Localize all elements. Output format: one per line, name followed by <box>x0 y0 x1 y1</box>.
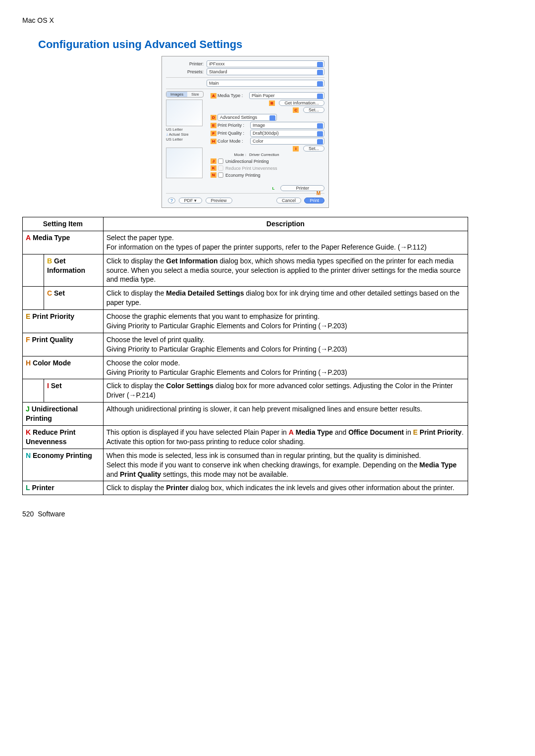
side-actual: ↓ Actual Size <box>166 132 211 137</box>
marker-k: K <box>211 165 216 171</box>
preview-printer <box>166 148 203 178</box>
marker-a: A <box>211 93 216 99</box>
media-type-select[interactable]: Plain Paper <box>249 92 324 99</box>
tab-size[interactable]: Size <box>187 92 203 97</box>
print-quality-label: Print Quality : <box>217 131 250 136</box>
row-color-mode: H Color Mode Choose the color mode. Givi… <box>23 356 468 379</box>
cell-item: L Printer <box>23 481 104 495</box>
set-media-button[interactable]: Set... <box>303 107 324 113</box>
presets-select[interactable]: Standard <box>207 68 324 75</box>
cell-item: F Print Quality <box>23 333 104 356</box>
preview-thumbnail <box>166 100 203 126</box>
footer-section: Software <box>38 510 65 518</box>
mode-value: Driver Correction <box>249 152 279 157</box>
marker-b: B <box>269 101 275 106</box>
cell-item: K Reduce Print Unevenness <box>23 426 104 449</box>
marker-l: L <box>270 186 276 191</box>
cell-desc: This option is displayed if you have sel… <box>103 426 468 449</box>
cell-desc: Select the paper type. For information o… <box>103 231 468 254</box>
help-button[interactable]: ? <box>168 198 175 203</box>
row-get-information: B Get Information Click to display the G… <box>23 254 468 287</box>
print-dialog: Printer: iPFxxxx Presets: Standard Main … <box>161 56 329 208</box>
row-unidirectional: J Unidirectional Printing Although unidi… <box>23 403 468 426</box>
color-mode-select[interactable]: Color <box>250 138 324 145</box>
marker-j: J <box>211 158 216 164</box>
marker-i: I <box>293 146 299 151</box>
row-printer: L Printer Click to display the Printer d… <box>23 481 468 495</box>
cell-item: E Print Priority <box>23 310 104 333</box>
dialog-tabs[interactable]: Images Size <box>166 91 204 98</box>
col-setting-item: Setting Item <box>23 217 104 231</box>
cell-desc: Click to display the Color Settings dial… <box>103 379 468 403</box>
cell-desc: Click to display the Printer dialog box,… <box>103 481 468 495</box>
row-reduce-unevenness: K Reduce Print Unevenness This option is… <box>23 426 468 449</box>
page-title: Configuration using Advanced Settings <box>38 38 468 51</box>
reduce-checkbox[interactable] <box>218 165 223 170</box>
cell-desc: Choose the color mode. Giving Priority t… <box>103 356 468 379</box>
cell-item: H Color Mode <box>23 356 104 379</box>
marker-h: H <box>211 139 216 144</box>
marker-f: F <box>211 131 216 136</box>
cell-item: B Get Information <box>44 254 104 287</box>
row-set-color: I Set Click to display the Color Setting… <box>23 379 468 403</box>
print-quality-select[interactable]: Draft(300dpi) <box>250 130 324 137</box>
cell-desc: Choose the graphic elements that you wan… <box>103 310 468 333</box>
cell-desc: Although unidirectional printing is slow… <box>103 403 468 426</box>
cell-item: C Set <box>44 287 104 310</box>
color-mode-label: Color Mode : <box>217 139 250 144</box>
pdf-button[interactable]: PDF ▾ <box>179 198 203 203</box>
print-priority-select[interactable]: Image <box>250 122 324 129</box>
page-number: 520 <box>22 510 34 518</box>
set-color-button[interactable]: Set... <box>303 146 324 151</box>
cell-item: A Media Type <box>23 231 104 254</box>
marker-c: C <box>293 107 299 113</box>
presets-label: Presets: <box>166 69 207 74</box>
reduce-label: Reduce Print Unevenness <box>225 166 277 171</box>
row-print-priority: E Print Priority Choose the graphic elem… <box>23 310 468 333</box>
row-economy: N Economy Printing When this mode is sel… <box>23 449 468 481</box>
get-info-button[interactable]: Get Information... <box>279 100 324 106</box>
cell-desc: Choose the level of print quality. Givin… <box>103 333 468 356</box>
table-header-row: Setting Item Description <box>23 217 468 231</box>
printer-select[interactable]: iPFxxxx <box>207 60 324 67</box>
row-print-quality: F Print Quality Choose the level of prin… <box>23 333 468 356</box>
economy-label: Economy Printing <box>225 173 261 178</box>
unidir-label: Unidirectional Printing <box>225 159 269 164</box>
row-set-media: C Set Click to display the Media Detaile… <box>23 287 468 310</box>
cell-desc: Click to display the Get Information dia… <box>103 254 468 287</box>
cell-desc: Click to display the Media Detailed Sett… <box>103 287 468 310</box>
cell-desc: When this mode is selected, less ink is … <box>103 449 468 481</box>
adv-settings-select[interactable]: Advanced Settings <box>217 114 277 121</box>
page-footer: 520 Software <box>22 510 468 518</box>
col-description: Description <box>103 217 468 231</box>
marker-n: N <box>211 172 216 178</box>
cell-item: I Set <box>44 379 104 403</box>
side-usletter2: US Letter <box>166 137 211 142</box>
cell-item: N Economy Printing <box>23 449 104 481</box>
media-type-label: Media Type : <box>217 93 249 98</box>
settings-table: Setting Item Description A Media Type Se… <box>22 217 468 495</box>
economy-checkbox[interactable] <box>218 172 223 177</box>
print-priority-label: Print Priority : <box>217 123 250 128</box>
preview-button[interactable]: Preview <box>206 198 232 203</box>
printer-label: Printer: <box>166 61 207 66</box>
unidir-checkbox[interactable] <box>218 158 223 163</box>
marker-e: E <box>211 123 216 128</box>
marker-d: D <box>211 115 216 120</box>
panel-select[interactable]: Main <box>207 80 324 87</box>
side-usletter: US Letter <box>166 127 211 132</box>
breadcrumb: Mac OS X <box>22 16 468 24</box>
marker-m: M <box>317 191 321 196</box>
row-media-type: A Media Type Select the paper type. For … <box>23 231 468 254</box>
mode-label: Mode : <box>211 152 249 157</box>
print-button[interactable]: Print <box>304 198 324 203</box>
cell-item: J Unidirectional Printing <box>23 403 104 426</box>
tab-images[interactable]: Images <box>166 92 187 97</box>
cancel-button[interactable]: Cancel <box>276 198 301 203</box>
